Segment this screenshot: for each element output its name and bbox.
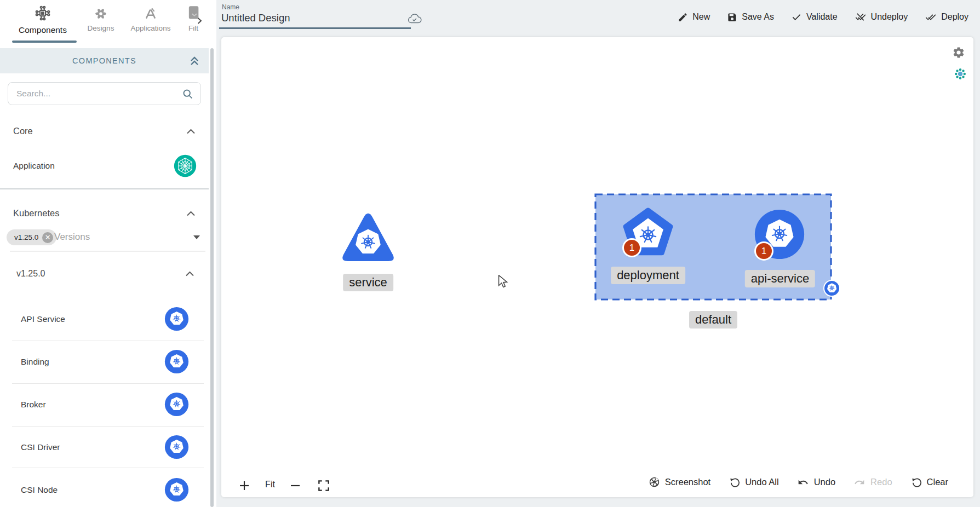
component-item-api-service[interactable]: API Service xyxy=(0,305,209,333)
version-group-header[interactable]: v1.25.0 xyxy=(16,269,194,279)
component-item-binding[interactable]: Binding xyxy=(0,348,209,376)
tab-applications[interactable]: Applications xyxy=(123,7,179,32)
scrollbar-thumb[interactable] xyxy=(210,48,214,507)
chevron-up-icon[interactable] xyxy=(186,128,196,135)
canvas-actions: Screenshot Undo All Undo Redo Clear xyxy=(649,476,948,488)
search-icon[interactable] xyxy=(182,88,193,100)
versions-placeholder: Versions xyxy=(54,232,90,243)
kubernetes-section-header[interactable]: Kubernetes xyxy=(13,208,196,218)
tabs-scroll-right-button[interactable] xyxy=(195,16,206,27)
kubernetes-icon xyxy=(164,349,189,374)
kubernetes-icon xyxy=(164,435,189,459)
redo-button[interactable]: Redo xyxy=(853,477,892,488)
kubernetes-context-icon[interactable] xyxy=(954,68,966,80)
node-label-service[interactable]: service xyxy=(343,274,393,291)
components-sidebar: Components Designs xyxy=(0,0,209,507)
sidebar-scrollbar[interactable] xyxy=(209,0,216,507)
component-item-application[interactable]: Application xyxy=(0,152,209,180)
undo-all-button[interactable]: Undo All xyxy=(729,476,778,488)
component-search xyxy=(8,82,201,105)
screenshot-button[interactable]: Screenshot xyxy=(649,476,710,488)
dropdown-caret-icon[interactable] xyxy=(193,235,200,240)
tab-designs[interactable]: Designs xyxy=(81,7,121,32)
deploy-button[interactable]: Deploy xyxy=(925,11,968,22)
chevron-up-icon[interactable] xyxy=(185,270,194,277)
cloud-saved-icon xyxy=(408,13,422,24)
kubernetes-icon xyxy=(826,282,838,295)
tab-label: Components xyxy=(4,25,81,35)
section-title: Core xyxy=(13,126,33,136)
chevron-up-icon[interactable] xyxy=(186,210,196,217)
name-field-label: Name xyxy=(222,3,239,11)
button-label: Redo xyxy=(870,477,892,487)
button-label: Deploy xyxy=(941,12,968,22)
row-divider xyxy=(12,383,204,384)
validate-button[interactable]: Validate xyxy=(791,11,838,22)
chevron-right-icon xyxy=(195,16,204,25)
versions-select[interactable]: v1.25.0 ✕ Versions xyxy=(0,227,209,252)
tab-components[interactable]: Components xyxy=(4,4,81,35)
double-check-icon xyxy=(925,11,937,22)
panel-title-bar: COMPONENTS xyxy=(0,48,209,73)
version-chip[interactable]: v1.25.0 ✕ xyxy=(7,229,56,245)
undo-button[interactable]: Undo xyxy=(797,477,835,488)
node-label-deployment[interactable]: deployment xyxy=(611,267,685,284)
fullscreen-button[interactable] xyxy=(317,479,331,493)
name-field-underline xyxy=(219,27,411,29)
node-label-api-service[interactable]: api-service xyxy=(745,270,815,287)
zoom-in-button[interactable] xyxy=(238,479,251,492)
panel-title: COMPONENTS xyxy=(72,56,136,65)
meshmap-designer: Components Designs xyxy=(0,0,980,507)
designs-icon xyxy=(94,7,108,21)
clear-button[interactable]: Clear xyxy=(910,476,948,488)
redo-arrow-icon xyxy=(853,477,866,488)
kubernetes-icon xyxy=(164,477,189,502)
group-label-default[interactable]: default xyxy=(689,311,737,329)
component-label: Application xyxy=(13,161,55,171)
badge-deployment-count: 1 xyxy=(622,238,641,257)
double-check-crossed-icon xyxy=(855,11,867,22)
new-button[interactable]: New xyxy=(678,12,710,22)
component-label: CSI Node xyxy=(21,485,58,495)
button-label: Screenshot xyxy=(665,477,710,487)
search-input[interactable] xyxy=(8,89,182,99)
zoom-out-button[interactable] xyxy=(289,479,302,492)
remove-version-icon[interactable]: ✕ xyxy=(42,232,53,243)
section-divider xyxy=(0,188,209,189)
button-label: Clear xyxy=(927,477,948,487)
version-chip-label: v1.25.0 xyxy=(14,233,38,241)
button-label: Validate xyxy=(806,12,838,22)
collapse-panel-button[interactable] xyxy=(189,55,200,67)
section-title: v1.25.0 xyxy=(16,269,45,279)
component-label: Broker xyxy=(21,400,46,410)
group-default-namespace[interactable]: 1 deployment 1 api-service xyxy=(595,194,831,299)
component-item-csi-driver[interactable]: CSI Driver xyxy=(0,433,209,462)
kubernetes-icon xyxy=(164,392,189,417)
component-label: Binding xyxy=(21,357,49,367)
design-canvas[interactable]: service 1 deployment 1 api xyxy=(221,37,973,497)
row-divider xyxy=(12,468,204,468)
component-item-broker[interactable]: Broker xyxy=(0,390,209,419)
save-as-button[interactable]: Save As xyxy=(727,12,774,22)
component-label: API Service xyxy=(21,314,65,324)
button-label: Save As xyxy=(742,12,774,22)
button-label: Undo xyxy=(814,477,835,487)
applications-icon xyxy=(144,7,158,21)
floppy-icon xyxy=(727,12,737,22)
canvas-settings-gear-icon[interactable] xyxy=(952,46,965,59)
row-divider xyxy=(12,426,204,427)
group-kubernetes-badge[interactable] xyxy=(823,280,840,297)
row-divider xyxy=(12,341,204,341)
node-service[interactable] xyxy=(341,211,396,265)
check-icon xyxy=(791,11,802,22)
fit-button[interactable]: Fit xyxy=(260,480,280,489)
design-name-input[interactable] xyxy=(221,12,408,24)
badge-api-service-count: 1 xyxy=(754,241,773,261)
undeploy-button[interactable]: Undeploy xyxy=(855,11,908,22)
button-label: Undo All xyxy=(745,477,778,487)
core-section-header[interactable]: Core xyxy=(13,126,196,136)
component-item-csi-node[interactable]: CSI Node xyxy=(0,476,209,504)
meshery-application-icon xyxy=(174,154,197,177)
shutter-icon xyxy=(649,476,660,488)
design-toolbar: Name New Save As Validate xyxy=(216,0,980,37)
